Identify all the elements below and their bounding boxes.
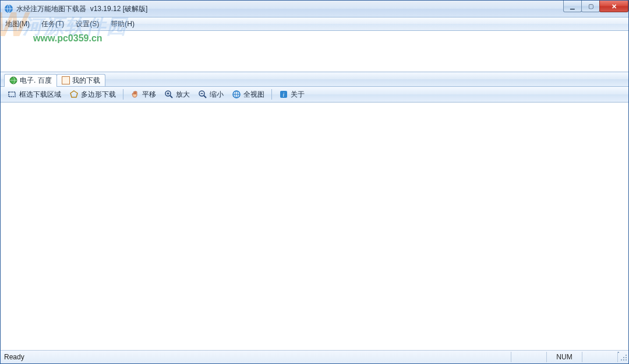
- tool-label: 全视图: [243, 90, 264, 100]
- svg-line-10: [204, 96, 206, 98]
- tool-rect-select[interactable]: 框选下载区域: [4, 89, 65, 101]
- menu-tasks[interactable]: 任务(T): [39, 18, 66, 30]
- tool-label: 缩小: [210, 90, 224, 100]
- menu-map[interactable]: 地图(M): [3, 18, 32, 30]
- svg-rect-3: [9, 92, 15, 97]
- minimize-button[interactable]: ▁: [563, 1, 582, 12]
- hand-pan-icon: [130, 90, 140, 99]
- tab-label: 电子. 百度: [20, 76, 52, 86]
- minimize-icon: ▁: [570, 3, 575, 9]
- window-controls: ▁ ▢ ✕: [564, 1, 628, 12]
- upper-pane: [1, 31, 628, 72]
- about-icon: i: [279, 90, 288, 99]
- tabstrip: 电子. 百度 我的下载: [1, 72, 628, 87]
- svg-line-6: [170, 96, 172, 98]
- maximize-icon: ▢: [588, 3, 593, 9]
- status-text: Ready: [1, 353, 511, 361]
- close-icon: ✕: [612, 3, 617, 9]
- tab-map-baidu[interactable]: 电子. 百度: [4, 74, 57, 87]
- zoom-out-icon: [198, 90, 207, 99]
- statusbar: Ready NUM: [1, 350, 628, 363]
- tab-label: 我的下载: [72, 76, 100, 86]
- app-window: 水经注万能地图下载器 v13.19.12 [破解版] ▁ ▢ ✕ 地图(M) 任…: [0, 0, 629, 364]
- zoom-in-icon: [164, 90, 174, 99]
- tool-polygon[interactable]: 多边形下载: [66, 89, 119, 101]
- tool-about[interactable]: i 关于: [275, 89, 308, 101]
- toolbar-separator: [123, 89, 123, 100]
- tool-pan[interactable]: 平移: [127, 89, 160, 101]
- toolbar: 框选下载区域 多边形下载 平移 放大 缩小: [1, 87, 628, 103]
- svg-text:i: i: [283, 91, 285, 98]
- svg-marker-4: [70, 91, 77, 97]
- tab-my-downloads[interactable]: 我的下载: [56, 74, 105, 86]
- tool-label: 平移: [142, 90, 156, 100]
- menu-help[interactable]: 帮助(H): [108, 18, 137, 30]
- menubar: 地图(M) 任务(T) 设置(S) 帮助(H): [1, 17, 628, 31]
- window-title: 水经注万能地图下载器 v13.19.12 [破解版]: [16, 4, 147, 14]
- status-pane-num: NUM: [546, 352, 582, 362]
- document-icon: [62, 76, 70, 84]
- rect-select-icon: [8, 90, 17, 99]
- tool-label: 放大: [176, 90, 190, 100]
- toolbar-separator: [271, 89, 272, 100]
- titlebar[interactable]: 水经注万能地图下载器 v13.19.12 [破解版] ▁ ▢ ✕: [1, 1, 628, 17]
- status-pane-3: [582, 352, 617, 362]
- tool-full-extent[interactable]: 全视图: [228, 89, 268, 101]
- polygon-icon: [69, 90, 79, 99]
- content-area[interactable]: [1, 103, 628, 350]
- globe-icon: [9, 76, 17, 84]
- tool-label: 框选下载区域: [19, 90, 61, 100]
- resize-grip-icon[interactable]: [617, 352, 628, 362]
- tool-label: 多边形下载: [81, 90, 116, 100]
- full-extent-icon: [232, 90, 241, 99]
- menu-settings[interactable]: 设置(S): [73, 18, 101, 30]
- close-button[interactable]: ✕: [599, 1, 628, 12]
- app-icon: [4, 4, 13, 13]
- tool-zoom-out[interactable]: 缩小: [195, 89, 227, 101]
- maximize-button[interactable]: ▢: [581, 1, 600, 12]
- tool-label: 关于: [291, 90, 305, 100]
- status-pane-1: [511, 352, 546, 362]
- tool-zoom-in[interactable]: 放大: [161, 89, 193, 101]
